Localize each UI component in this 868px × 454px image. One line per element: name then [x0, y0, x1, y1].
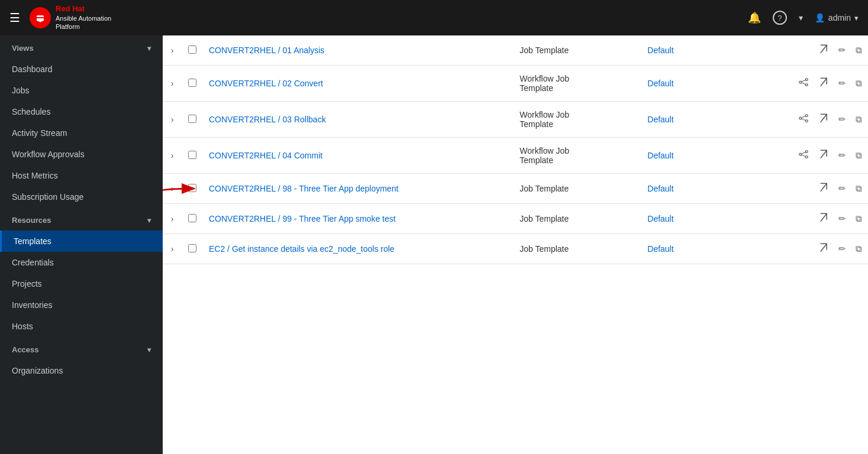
- sidebar-item-jobs[interactable]: Jobs: [0, 80, 163, 101]
- sidebar-item-inventories[interactable]: Inventories: [0, 294, 163, 316]
- launch-icon[interactable]: [818, 149, 829, 162]
- row-checkbox[interactable]: [188, 184, 196, 192]
- svg-line-23: [821, 244, 827, 252]
- table-row: ›: [163, 174, 868, 204]
- views-chevron-icon: ▾: [147, 44, 151, 53]
- workflow-visualizer-icon[interactable]: [798, 149, 809, 162]
- sidebar-item-activity-stream[interactable]: Activity Stream: [0, 122, 163, 144]
- sidebar-section-access[interactable]: Access ▾: [0, 337, 163, 360]
- table-row: › CONVERT2RHEL / 01 Analysis Job Templat…: [163, 35, 868, 66]
- sidebar-item-workflow-approvals[interactable]: Workflow Approvals: [0, 144, 163, 165]
- org-link[interactable]: Default: [647, 184, 673, 193]
- row-checkbox[interactable]: [188, 151, 196, 159]
- sidebar-item-dashboard[interactable]: Dashboard: [0, 59, 163, 80]
- sidebar: Views ▾ Dashboard Jobs Schedules Activit…: [0, 35, 163, 454]
- row-checkbox[interactable]: [188, 46, 196, 54]
- edit-icon[interactable]: ✏: [838, 45, 846, 56]
- launch-icon[interactable]: [818, 113, 829, 126]
- template-type: Job Template: [519, 214, 569, 223]
- views-section-label: Views: [12, 44, 34, 53]
- sidebar-item-projects[interactable]: Projects: [0, 273, 163, 294]
- template-type: Job Template: [519, 184, 569, 193]
- org-link[interactable]: Default: [647, 46, 673, 55]
- workflow-visualizer-icon[interactable]: [798, 77, 809, 90]
- copy-icon[interactable]: ⧉: [856, 150, 862, 161]
- launch-icon[interactable]: [818, 242, 829, 255]
- org-link[interactable]: Default: [647, 214, 673, 223]
- template-name-link[interactable]: CONVERT2RHEL / 98 - Three Tier App deplo…: [209, 184, 398, 193]
- sidebar-section-resources[interactable]: Resources ▾: [0, 207, 163, 231]
- row-checkbox[interactable]: [188, 244, 196, 252]
- edit-icon[interactable]: ✏: [838, 150, 846, 161]
- template-name-link[interactable]: CONVERT2RHEL / 02 Convert: [209, 79, 323, 88]
- launch-icon[interactable]: [818, 212, 829, 225]
- user-chevron-icon: ▾: [854, 14, 859, 22]
- resources-chevron-icon: ▾: [147, 216, 151, 225]
- expand-icon[interactable]: ›: [171, 184, 174, 193]
- expand-icon[interactable]: ›: [171, 244, 174, 254]
- copy-icon[interactable]: ⧉: [856, 78, 862, 89]
- launch-icon[interactable]: [818, 44, 829, 57]
- username-label: admin: [828, 13, 851, 22]
- template-type: Workflow JobTemplate: [519, 74, 569, 93]
- sidebar-item-hosts[interactable]: Hosts: [0, 316, 163, 337]
- template-name-link[interactable]: EC2 / Get instance details via ec2_node_…: [209, 244, 395, 254]
- svg-line-12: [802, 119, 806, 121]
- expand-icon[interactable]: ›: [171, 79, 174, 88]
- svg-point-15: [805, 151, 808, 153]
- access-section-label: Access: [12, 345, 39, 354]
- svg-line-22: [821, 213, 827, 222]
- sidebar-section-views[interactable]: Views ▾: [0, 35, 163, 59]
- svg-line-7: [821, 78, 827, 86]
- template-type: Job Template: [519, 46, 569, 55]
- svg-line-13: [821, 114, 827, 122]
- edit-icon[interactable]: ✏: [838, 183, 846, 194]
- edit-icon[interactable]: ✏: [838, 213, 846, 224]
- sidebar-item-templates[interactable]: Templates: [0, 231, 163, 252]
- sidebar-item-subscription-usage[interactable]: Subscription Usage: [0, 186, 163, 207]
- brand-logo: [30, 7, 51, 28]
- user-menu[interactable]: 👤 admin ▾: [815, 13, 859, 22]
- workflow-visualizer-icon[interactable]: [798, 113, 809, 126]
- top-nav: ☰ Red Hat Ansible Automation Platform 🔔 …: [0, 0, 868, 35]
- launch-icon[interactable]: [818, 77, 829, 90]
- copy-icon[interactable]: ⧉: [856, 244, 862, 254]
- copy-icon[interactable]: ⧉: [856, 45, 862, 56]
- copy-icon[interactable]: ⧉: [856, 213, 862, 224]
- expand-icon[interactable]: ›: [171, 115, 174, 124]
- expand-icon[interactable]: ›: [171, 151, 174, 160]
- template-name-link[interactable]: CONVERT2RHEL / 01 Analysis: [209, 46, 324, 55]
- svg-point-3: [805, 79, 808, 81]
- launch-icon[interactable]: [818, 182, 829, 195]
- help-chevron-icon[interactable]: ▾: [799, 13, 803, 22]
- org-link[interactable]: Default: [647, 79, 673, 88]
- edit-icon[interactable]: ✏: [838, 114, 846, 125]
- table-row: › CONVERT2RHEL / 04 Commit Workflow JobT…: [163, 138, 868, 174]
- bell-icon[interactable]: 🔔: [748, 11, 761, 24]
- row-checkbox[interactable]: [188, 115, 196, 123]
- template-type: Job Template: [519, 244, 569, 254]
- sidebar-item-schedules[interactable]: Schedules: [0, 101, 163, 122]
- template-name-link[interactable]: CONVERT2RHEL / 04 Commit: [209, 151, 322, 160]
- row-checkbox[interactable]: [188, 214, 196, 222]
- template-name-link[interactable]: CONVERT2RHEL / 99 - Three Tier App smoke…: [209, 214, 396, 223]
- sidebar-item-credentials[interactable]: Credentials: [0, 252, 163, 273]
- svg-point-9: [805, 115, 808, 117]
- copy-icon[interactable]: ⧉: [856, 114, 862, 125]
- template-name-link[interactable]: CONVERT2RHEL / 03 Rollback: [209, 115, 326, 124]
- edit-icon[interactable]: ✏: [838, 244, 846, 254]
- org-link[interactable]: Default: [647, 115, 673, 124]
- row-checkbox[interactable]: [188, 79, 196, 87]
- sidebar-item-organizations[interactable]: Organizations: [0, 360, 163, 381]
- expand-icon[interactable]: ›: [171, 214, 174, 223]
- template-type: Workflow JobTemplate: [519, 110, 569, 129]
- copy-icon[interactable]: ⧉: [856, 183, 862, 194]
- expand-icon[interactable]: ›: [171, 46, 174, 55]
- hamburger-icon[interactable]: ☰: [9, 11, 20, 25]
- edit-icon[interactable]: ✏: [838, 78, 846, 89]
- org-link[interactable]: Default: [647, 244, 673, 254]
- org-link[interactable]: Default: [647, 151, 673, 160]
- help-icon[interactable]: ?: [773, 11, 787, 25]
- svg-point-14: [799, 153, 802, 155]
- sidebar-item-host-metrics[interactable]: Host Metrics: [0, 165, 163, 186]
